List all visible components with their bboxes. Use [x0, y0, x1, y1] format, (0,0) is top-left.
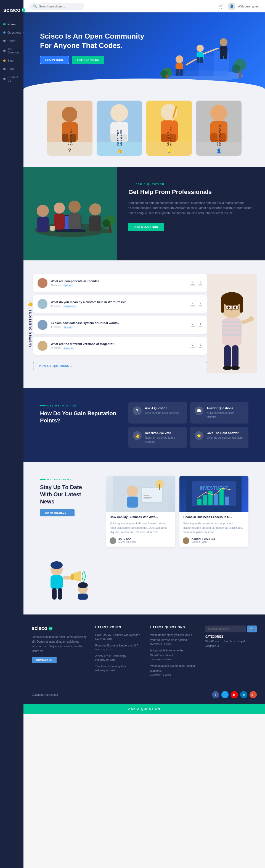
sidebar-item-job-directory[interactable]: Job Directory [0, 45, 24, 57]
view-all-questions-button[interactable]: VIEW ALL QUESTIONS → [33, 362, 207, 370]
social-youtube-icon[interactable]: ▶ [231, 691, 238, 698]
footer-search-button[interactable]: 🔍 [247, 625, 257, 632]
svg-point-88 [231, 366, 240, 370]
footer-q-2-link[interactable]: Is it possible to rename the WordPress f… [151, 649, 184, 657]
footer-post-1[interactable]: How Can My Business Win Awards? March 13… [95, 632, 142, 641]
question-card-4[interactable]: What are the different versions of Magen… [33, 337, 207, 354]
learn-more-button[interactable]: LEARN MORE [40, 56, 69, 64]
svg-point-26 [62, 106, 77, 122]
reputation-grid: ? Ask A Question Cras dapibus placerat v… [128, 402, 248, 448]
rep-card-vote-desc: Nam non euismod turpis aliquam. [145, 436, 183, 444]
footer-q-1-link[interactable]: What are the steps you can take if your … [151, 633, 192, 642]
svg-point-43 [210, 105, 227, 121]
sidebar-item-blog[interactable]: Blog › [0, 57, 24, 65]
footer-q-3[interactable]: What database system does Joomla support… [151, 663, 197, 676]
q1-meta: 90 views Joomla [51, 284, 187, 287]
svg-rect-8 [180, 69, 183, 76]
svg-rect-91 [127, 497, 138, 507]
svg-text:INVESTMENT: INVESTMENT [200, 486, 228, 491]
footer-post-3[interactable]: A New Era of Technology February 19, 201… [95, 653, 142, 661]
social-linkedin-icon[interactable]: in [240, 691, 247, 698]
feature-card-vote[interactable]: VOTE THE ANSWERS 👍 [97, 100, 142, 156]
author-1-info: JOHN DOE March 13, 2019 [118, 538, 136, 544]
sidebar-item-contact[interactable]: Contact Us [0, 73, 24, 85]
question-card-2[interactable]: What do you mean by a custom field in Wo… [33, 295, 207, 313]
sidebar-logo[interactable]: scisco 2+ [0, 4, 24, 16]
footer-search[interactable]: 🔍 [205, 625, 257, 632]
visit-blog-button[interactable]: VISIT OUR BLOG [72, 56, 104, 64]
q1-answers: 0 ans. [198, 280, 203, 286]
news-card-1[interactable]: How Can My Business Win Awa... Qui ex gr… [106, 476, 175, 547]
sidebar-label-job: Job Directory [7, 48, 20, 54]
sidebar-item-users[interactable]: Users [0, 37, 24, 45]
q4-votes: 0 votes [190, 343, 195, 349]
svg-rect-110 [51, 576, 63, 589]
svg-rect-94 [143, 495, 149, 496]
sidebar-label-home: Home [7, 23, 16, 26]
svg-rect-68 [222, 321, 241, 323]
footer-post-1-link[interactable]: How Can My Business Win Awards? [95, 633, 140, 637]
news-card-2-desc: Nam aliqua alicum aliquip a sunt proiden… [183, 521, 245, 534]
sidebar-item-questions[interactable]: Questions › [0, 28, 24, 37]
author-1-name: JOHN DOE [118, 538, 136, 540]
social-googleplus-icon[interactable]: g+ [249, 691, 257, 698]
footer-post-2-link[interactable]: Financial Business Leaders in USA [95, 644, 138, 647]
sidebar-item-home[interactable]: Home [0, 20, 24, 28]
search-input[interactable] [39, 5, 78, 8]
footer-post-4-link[interactable]: The Risk of Ignoring Risk [95, 665, 126, 668]
q4-content: What are the different versions of Magen… [51, 342, 187, 350]
ask-question-bar-label[interactable]: ASK A QUESTION [128, 707, 160, 711]
footer-post-3-link[interactable]: A New Era of Technology [95, 654, 126, 657]
footer-cat-joomla[interactable]: Joomla 8 [223, 640, 235, 643]
go-to-blog-button[interactable]: GO TO THE BLOG → [40, 509, 75, 517]
news-card-2[interactable]: INVESTMENT Financi [180, 476, 248, 547]
footer-top: scisco 2+ Lorem ipsum dolor sit amet, lo… [32, 625, 257, 678]
footer-q-1[interactable]: What are the steps you can take if your … [151, 632, 197, 645]
svg-rect-52 [55, 229, 85, 232]
svg-rect-118 [78, 593, 88, 599]
footer-contact-button[interactable]: CONTACT US [32, 657, 57, 663]
news-img-2-svg: INVESTMENT [180, 476, 248, 512]
q1-views: 90 views [51, 284, 60, 286]
professionals-content: ASK A QUESTION Get Help From Professiona… [117, 167, 265, 260]
ask-question-button[interactable]: ASK A QUESTION [128, 223, 164, 231]
q2-answers: 0 ans. [198, 301, 203, 307]
feature-card-answer[interactable]: ANSWER QUESTIONS 💡 [146, 100, 192, 156]
svg-point-84 [249, 316, 254, 321]
social-facebook-icon[interactable]: f [212, 691, 219, 698]
svg-rect-96 [143, 498, 151, 499]
footer-q-3-link[interactable]: What database system does Joomla support… [151, 664, 195, 672]
article-1-date: March 13, 2019 [118, 540, 136, 544]
rep-title: How Do You Gain Reputation Points? [40, 410, 117, 424]
q1-stats: 0 votes 0 ans. [190, 280, 203, 286]
sidebar-item-shop[interactable]: Shop [0, 65, 24, 73]
footer-post-4[interactable]: The Risk of Ignoring Risk February 14, 2… [95, 663, 142, 672]
sidebar-label-users: Users [7, 39, 16, 42]
footer-post-1-date: March 13, 2019 [95, 638, 142, 641]
cart-icon[interactable]: 🛒 [218, 4, 223, 9]
footer-questions-list: What are the steps you can take if your … [151, 632, 197, 676]
ask-icon: ? [68, 148, 71, 154]
question-card-1[interactable]: What are components in Joomla? 90 views … [33, 274, 207, 292]
footer-categories-title: CATEGORIES [205, 635, 257, 638]
social-twitter-icon[interactable]: t [221, 691, 229, 698]
svg-point-9 [196, 44, 204, 52]
feature-card-reputation[interactable]: GET REPUTATION 👤 [196, 100, 241, 156]
footer-cat-wordpress[interactable]: WordPress 7 [205, 640, 222, 643]
footer-q-2[interactable]: Is it possible to rename the WordPress f… [151, 648, 197, 661]
sidebar-label-questions: Questions [7, 31, 21, 34]
footer-q-2-stats: 2 Answers · 1 Vote [151, 658, 197, 661]
ask-question-bar[interactable]: ASK A QUESTION [24, 704, 265, 714]
footer-search-input[interactable] [205, 625, 246, 632]
feature-card-ask[interactable]: ASK QUESTION ? [47, 100, 92, 156]
footer-post-2[interactable]: Financial Business Leaders in USA March … [95, 643, 142, 651]
footer-cat-magento[interactable]: Magento 4 [205, 645, 219, 648]
question-card-3[interactable]: Explain how database system of Drupal wo… [33, 316, 207, 334]
footer-cat-drupal[interactable]: Drupal 7 [237, 640, 247, 643]
svg-point-13 [220, 38, 228, 46]
q1-title: What are components in Joomla? [51, 279, 187, 283]
topbar-right: 🛒 👤 Welcome, guest [218, 2, 260, 10]
svg-rect-62 [50, 226, 55, 229]
search-bar[interactable]: 🔍 [29, 3, 84, 10]
rep-card-ask: ? Ask A Question Cras dapibus placerat v… [128, 402, 187, 424]
